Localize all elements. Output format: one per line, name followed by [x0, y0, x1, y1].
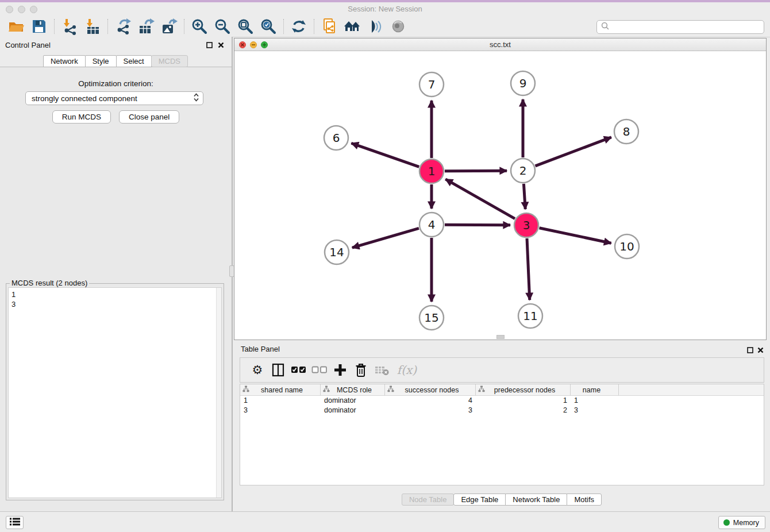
table-row[interactable]: 3 dominator 3 2 3	[240, 406, 764, 415]
graph-edge-1-6[interactable]	[351, 143, 419, 167]
column-header-predecessor-nodes[interactable]: predecessor nodes	[476, 384, 571, 395]
cell-name[interactable]: 3	[571, 406, 619, 415]
add-row-icon[interactable]	[330, 360, 351, 380]
cell-successor-nodes[interactable]: 3	[385, 406, 476, 415]
column-header-name[interactable]: name	[571, 384, 619, 395]
graph-node-label-14: 14	[329, 245, 344, 259]
search-input[interactable]	[610, 21, 764, 33]
network-graph: 1234678910111415	[234, 51, 766, 340]
graph-edge-3-10[interactable]	[540, 228, 611, 243]
tab-node-table[interactable]: Node Table	[402, 494, 455, 506]
graph-node-label-9: 9	[519, 76, 527, 90]
column-layout-icon[interactable]	[268, 360, 288, 380]
tab-style[interactable]: Style	[85, 55, 117, 67]
search-field[interactable]	[596, 20, 764, 34]
cell-name[interactable]: 1	[571, 396, 619, 406]
open-file-icon[interactable]	[5, 17, 28, 36]
network-window-resize-grip[interactable]	[496, 335, 505, 339]
graph-node-label-4: 4	[428, 218, 436, 232]
control-panel: Control Panel Network Style Select MCDS …	[0, 37, 232, 511]
mcds-result-scrollbar[interactable]	[216, 288, 221, 498]
status-bar: Memory	[0, 511, 770, 532]
network-canvas[interactable]: 1234678910111415	[234, 51, 766, 340]
import-table-icon[interactable]	[81, 17, 104, 36]
export-image-icon[interactable]	[157, 17, 180, 36]
cell-successor-nodes[interactable]: 4	[385, 396, 476, 406]
list-icon	[9, 517, 21, 529]
close-panel-icon[interactable]	[217, 41, 225, 49]
graph-edge-2-3[interactable]	[523, 184, 525, 209]
optimization-criterion-value: strongly connected component	[32, 94, 193, 103]
column-header-shared-name[interactable]: shared name	[240, 384, 321, 395]
window-title: Session: New Session	[0, 5, 770, 13]
tab-motifs[interactable]: Motifs	[567, 494, 602, 506]
export-network-icon[interactable]	[111, 17, 134, 36]
tab-network-table[interactable]: Network Table	[505, 494, 567, 506]
hide-graphics-details-icon[interactable]	[364, 17, 387, 36]
zoom-in-icon[interactable]	[188, 17, 211, 36]
graph-edge-3-11[interactable]	[527, 238, 530, 300]
delete-table-icon[interactable]	[371, 360, 392, 380]
tab-mcds[interactable]: MCDS	[151, 55, 188, 67]
refresh-view-icon[interactable]	[287, 17, 310, 36]
graph-edge-4-14[interactable]	[352, 228, 419, 248]
cell-shared-name[interactable]: 1	[240, 396, 321, 406]
column-header-successor-nodes[interactable]: successor nodes	[385, 384, 476, 395]
table-panel: Table Panel ⚙	[234, 342, 770, 511]
tab-network[interactable]: Network	[43, 55, 86, 67]
network-window-titlebar[interactable]: scc.txt	[234, 38, 766, 51]
delete-row-icon[interactable]	[351, 360, 371, 380]
tab-edge-table[interactable]: Edge Table	[453, 494, 506, 506]
mcds-result-title: MCDS result (2 nodes)	[10, 279, 89, 287]
zoom-fit-icon[interactable]	[234, 17, 257, 36]
close-panel-button[interactable]: Close panel	[119, 110, 179, 124]
float-panel-icon[interactable]	[205, 41, 213, 49]
graph-edge-4-3[interactable]	[445, 225, 510, 225]
optimization-criterion-label: Optimization criterion:	[0, 79, 232, 88]
control-panel-tabs: Network Style Select MCDS	[0, 55, 232, 67]
search-icon	[600, 21, 610, 33]
cell-shared-name[interactable]: 3	[240, 406, 321, 415]
export-table-icon[interactable]	[134, 17, 157, 36]
main-toolbar	[0, 16, 770, 37]
import-network-icon[interactable]	[58, 17, 81, 36]
save-session-icon[interactable]	[28, 17, 51, 36]
graph-node-label-8: 8	[623, 125, 630, 138]
toolbar-separator	[314, 19, 314, 34]
cell-mcds-role[interactable]: dominator	[321, 406, 385, 415]
mcds-panel-content: Optimization criterion: strongly connect…	[0, 67, 232, 511]
close-table-panel-icon[interactable]	[756, 346, 764, 354]
hierarchy-icon	[242, 385, 249, 394]
zoom-selected-icon[interactable]	[257, 17, 280, 36]
mcds-result-line: 3	[11, 299, 218, 309]
cell-predecessor-nodes[interactable]: 1	[476, 396, 571, 406]
tab-select[interactable]: Select	[116, 55, 152, 67]
mcds-result-text[interactable]: 1 3	[8, 287, 222, 498]
network-window-title: scc.txt	[234, 40, 766, 49]
optimization-criterion-select[interactable]: strongly connected component	[25, 91, 203, 105]
toolbar-separator	[107, 19, 108, 34]
task-history-button[interactable]	[6, 516, 24, 529]
hierarchy-icon	[478, 385, 485, 394]
graph-node-label-1: 1	[428, 164, 436, 178]
float-table-panel-icon[interactable]	[746, 346, 754, 354]
select-all-icon[interactable]	[288, 360, 309, 380]
settings-gear-icon[interactable]: ⚙	[247, 360, 268, 380]
home-icon[interactable]	[341, 17, 364, 36]
cell-predecessor-nodes[interactable]: 2	[476, 406, 571, 415]
show-graphics-details-icon[interactable]	[387, 17, 410, 36]
graph-edge-2-8[interactable]	[536, 137, 611, 166]
column-header-mcds-role[interactable]: MCDS role	[321, 384, 385, 395]
run-mcds-button[interactable]: Run MCDS	[52, 110, 111, 124]
memory-button[interactable]: Memory	[718, 516, 765, 529]
function-builder-icon[interactable]: f(x)	[392, 360, 422, 380]
zoom-out-icon[interactable]	[211, 17, 234, 36]
graph-edge-1-2[interactable]	[445, 171, 507, 171]
network-file-icon[interactable]	[318, 17, 341, 36]
mcds-result-group: MCDS result (2 nodes) 1 3	[6, 283, 224, 500]
node-table: shared name MCDS role successor nodes pr…	[240, 384, 764, 485]
cell-mcds-role[interactable]: dominator	[321, 396, 385, 406]
deselect-all-icon[interactable]	[309, 360, 330, 380]
graph-edge-3-1[interactable]	[445, 179, 515, 219]
table-row[interactable]: 1 dominator 4 1 1	[240, 396, 764, 406]
